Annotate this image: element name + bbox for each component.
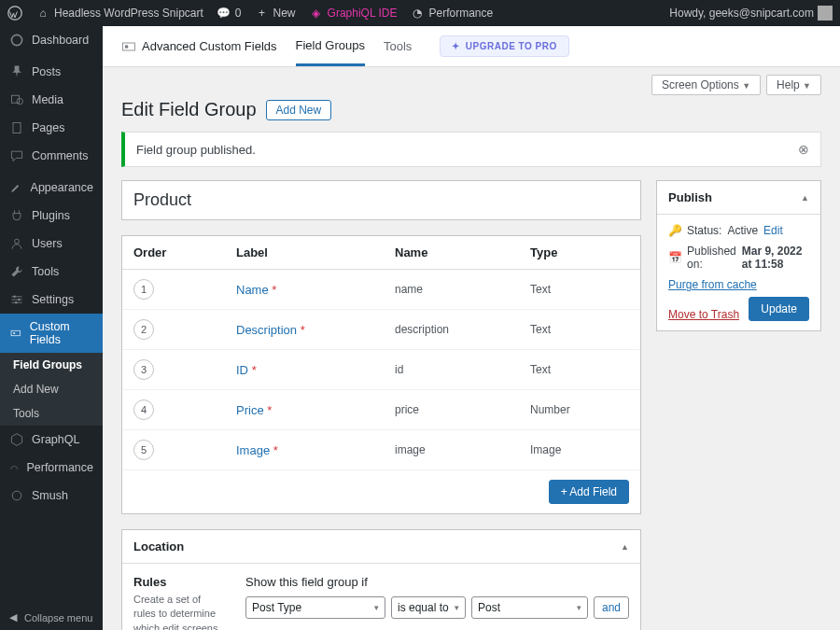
sidebar-item-appearance[interactable]: Appearance (0, 174, 103, 202)
order-badge: 1 (133, 279, 154, 300)
sidebar-item-posts[interactable]: Posts (0, 58, 103, 86)
plus-icon: + (255, 6, 270, 21)
and-button[interactable]: and (594, 596, 629, 619)
home-icon: ⌂ (35, 6, 50, 21)
performance-link[interactable]: ◔Performance (410, 6, 493, 21)
svg-point-8 (15, 301, 17, 303)
acf-icon (9, 326, 22, 341)
page-icon (9, 120, 24, 135)
graphiql-link[interactable]: ◈GraphiQL IDE (309, 6, 398, 21)
location-box: Location▲ Rules Create a set of rules to… (121, 529, 641, 630)
field-row[interactable]: 2Description *descriptionText (122, 310, 640, 350)
show-if-label: Show this field group if (245, 575, 629, 589)
screen-options-button[interactable]: Screen Options ▼ (651, 75, 761, 95)
field-label[interactable]: Description (236, 323, 297, 337)
update-button[interactable]: Update (749, 297, 809, 321)
field-row[interactable]: 3ID *idText (122, 350, 640, 390)
field-name: description (395, 323, 530, 336)
acf-title: Advanced Custom Fields (121, 39, 277, 54)
comments-count[interactable]: 💬0 (217, 6, 242, 21)
collapse-menu[interactable]: ◀Collapse menu (0, 605, 103, 630)
sidebar-item-plugins[interactable]: Plugins (0, 202, 103, 230)
dashboard-icon (9, 33, 24, 48)
field-name: id (395, 363, 530, 376)
rule-operator-select[interactable]: is equal to▾ (391, 596, 466, 619)
new-content[interactable]: +New (255, 6, 296, 21)
col-label: Label (236, 245, 395, 259)
sliders-icon (9, 292, 24, 307)
rule-value-select[interactable]: Post▾ (471, 596, 588, 619)
graphql-icon: ◈ (309, 6, 324, 21)
gauge-icon (9, 460, 19, 475)
upgrade-button[interactable]: ✦UPGRADE TO PRO (440, 35, 568, 57)
field-row[interactable]: 1Name *nameText (122, 270, 640, 310)
svg-point-5 (15, 239, 20, 244)
group-title-input[interactable]: Product (121, 180, 641, 220)
calendar-icon: 📅 (668, 251, 681, 264)
field-row[interactable]: 5Image *imageImage (122, 430, 640, 470)
gauge-icon: ◔ (410, 6, 425, 21)
order-badge: 3 (133, 359, 154, 380)
admin-bar: ⌂Headless WordPress Snipcart 💬0 +New ◈Gr… (0, 0, 840, 26)
field-label[interactable]: ID (236, 363, 248, 377)
sidebar-item-tools[interactable]: Tools (0, 258, 103, 286)
sidebar-item-comments[interactable]: Comments (0, 142, 103, 170)
chevron-down-icon: ▼ (803, 81, 811, 91)
rules-label: Rules (133, 575, 223, 589)
edit-status-link[interactable]: Edit (763, 224, 783, 237)
tab-tools[interactable]: Tools (384, 28, 412, 64)
sidebar-item-dashboard[interactable]: Dashboard (0, 26, 103, 54)
wp-logo[interactable] (7, 6, 22, 21)
submenu-add-new[interactable]: Add New (0, 377, 103, 401)
svg-rect-10 (13, 332, 15, 333)
key-icon: 🔑 (668, 224, 681, 237)
field-type: Text (530, 323, 629, 336)
submenu-tools[interactable]: Tools (0, 401, 103, 426)
add-new-button[interactable]: Add New (266, 100, 332, 120)
location-header[interactable]: Location▲ (122, 530, 640, 564)
my-account[interactable]: Howdy, geeks@snipcart.com (669, 6, 833, 21)
acf-subnav: Advanced Custom Fields Field Groups Tool… (103, 26, 840, 67)
rules-desc: Create a set of rules to determine which… (133, 593, 223, 630)
sidebar-item-custom-fields[interactable]: Custom Fields (0, 314, 103, 353)
svg-rect-4 (13, 122, 21, 133)
submenu-field-groups[interactable]: Field Groups (0, 353, 103, 377)
col-order: Order (133, 245, 236, 259)
order-badge: 4 (133, 399, 154, 420)
svg-point-7 (18, 299, 20, 301)
user-icon (9, 236, 24, 251)
sidebar-item-smush[interactable]: Smush (0, 482, 103, 510)
chevron-up-icon: ▲ (621, 542, 629, 552)
sidebar-item-pages[interactable]: Pages (0, 114, 103, 142)
site-name[interactable]: ⌂Headless WordPress Snipcart (35, 6, 203, 21)
publish-box: Publish▲ 🔑Status: Active Edit 📅Published… (656, 180, 821, 331)
dismiss-notice[interactable]: ⊗ (798, 142, 809, 157)
field-type: Number (530, 403, 629, 416)
col-name: Name (395, 245, 530, 259)
or-label: or (245, 626, 629, 630)
purge-cache-link[interactable]: Purge from cache (668, 278, 757, 291)
field-label[interactable]: Price (236, 403, 264, 417)
add-field-button[interactable]: + Add Field (549, 480, 629, 504)
field-label[interactable]: Image (236, 443, 270, 457)
help-button[interactable]: Help ▼ (766, 75, 821, 95)
brush-icon (9, 180, 23, 195)
chevron-up-icon: ▲ (801, 193, 809, 203)
media-icon (9, 92, 24, 107)
sparkle-icon: ✦ (452, 41, 460, 51)
avatar (818, 6, 833, 21)
svg-rect-9 (11, 330, 21, 335)
tab-field-groups[interactable]: Field Groups (296, 27, 365, 66)
move-trash-link[interactable]: Move to Trash (668, 308, 739, 321)
sidebar-item-graphql[interactable]: GraphQL (0, 426, 103, 454)
sidebar-item-performance[interactable]: Performance (0, 454, 103, 482)
field-label[interactable]: Name (236, 283, 269, 297)
sidebar-item-media[interactable]: Media (0, 86, 103, 114)
fields-box: Order Label Name Type 1Name *nameText2De… (121, 235, 641, 514)
sidebar-item-settings[interactable]: Settings (0, 286, 103, 314)
sidebar-item-users[interactable]: Users (0, 230, 103, 258)
field-row[interactable]: 4Price *priceNumber (122, 390, 640, 430)
publish-header[interactable]: Publish▲ (657, 181, 820, 215)
notice-published: Field group published. ⊗ (121, 132, 821, 167)
rule-param-select[interactable]: Post Type▾ (245, 596, 385, 619)
